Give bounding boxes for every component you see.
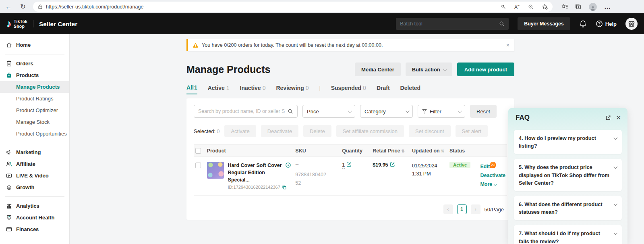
nav-search-icon[interactable] <box>499 21 505 27</box>
sidebar-item-product-optimizer[interactable]: Product Optimizer <box>0 104 69 116</box>
page-number[interactable]: 1 <box>457 204 467 214</box>
deactivate-action[interactable]: Deactivate <box>480 171 505 180</box>
product-thumbnail[interactable] <box>207 162 224 179</box>
filter-select[interactable]: Filter <box>418 105 465 118</box>
sidebar-item-products[interactable]: Products <box>0 69 69 81</box>
back-icon[interactable]: ← <box>4 2 13 11</box>
browser-chrome: ← ↻ https://seller-us.tiktok.com/product… <box>0 0 644 13</box>
prev-page-button[interactable]: ‹ <box>443 204 453 214</box>
batch-tool-search[interactable] <box>396 18 509 30</box>
sidebar-item-growth[interactable]: Growth <box>0 181 69 193</box>
refresh-icon[interactable]: ↻ <box>19 2 27 11</box>
product-search-box[interactable] <box>194 105 298 118</box>
help-button[interactable]: Help <box>596 20 617 27</box>
sidebar-item-live-video[interactable]: LIVE & Video <box>0 170 69 181</box>
browser-menu-icon[interactable]: … <box>604 3 611 10</box>
set-alert-button[interactable]: Set alert <box>456 125 488 137</box>
price-select[interactable]: Price <box>302 105 355 118</box>
faq-item[interactable]: 7. What should I do if my product fails … <box>514 225 622 244</box>
edit-price-icon[interactable] <box>390 162 395 167</box>
tab-reviewing[interactable]: Reviewing0 <box>276 85 309 94</box>
sidebar-item-home[interactable]: Home <box>0 39 69 51</box>
media-center-button[interactable]: Media Center <box>355 63 401 76</box>
sidebar-item-product-ratings[interactable]: Product Ratings <box>0 93 69 104</box>
sidebar-item-analytics[interactable]: Analytics <box>0 200 69 212</box>
col-updated-on[interactable]: Updated on⇅ <box>410 145 448 157</box>
tab-inactive[interactable]: Inactive0 <box>240 85 266 94</box>
faq-item[interactable]: 4. How do I preview my product listing? <box>514 130 622 154</box>
banner-close-icon[interactable]: × <box>506 42 509 48</box>
product-name[interactable]: Hard Cover Soft Cover Regular Edition Sp… <box>228 162 288 184</box>
favorite-star-icon[interactable] <box>542 4 548 10</box>
password-key-icon[interactable] <box>501 4 506 10</box>
col-retail-price[interactable]: Retail Price⇅ <box>371 145 410 157</box>
more-action[interactable]: More <box>480 180 505 189</box>
warning-icon <box>193 42 199 48</box>
ai-badge: AI <box>490 162 496 168</box>
favorites-bar-icon[interactable] <box>561 4 568 10</box>
read-aloud-icon[interactable]: A⌁ <box>514 3 520 10</box>
edit-action[interactable]: EditAI <box>480 162 505 171</box>
product-search-input[interactable] <box>198 108 285 114</box>
updated-time: 1:31 PM <box>412 170 446 178</box>
sidebar-item-affiliate[interactable]: Affiliate <box>0 158 69 170</box>
sidebar-item-account-health[interactable]: Account Health <box>0 212 69 223</box>
select-all-checkbox[interactable] <box>195 148 201 154</box>
tab-all[interactable]: All1 <box>186 84 197 94</box>
category-select[interactable]: Category <box>360 105 413 118</box>
page-size-select[interactable]: 50/Page <box>485 206 504 213</box>
faq-close-icon[interactable]: ✕ <box>616 114 621 121</box>
faq-title: FAQ <box>516 114 605 122</box>
deactivate-button[interactable]: Deactivate <box>261 125 298 137</box>
address-bar[interactable]: https://seller-us.tiktok.com/product/man… <box>33 2 553 12</box>
tab-suspended[interactable]: Suspended0 <box>331 85 366 94</box>
reset-button[interactable]: Reset <box>470 105 497 118</box>
live-video-icon <box>6 173 12 179</box>
sort-icon[interactable]: ⇅ <box>401 149 404 153</box>
notifications-bell-icon[interactable] <box>579 20 587 28</box>
open-in-new-icon[interactable] <box>605 115 611 121</box>
profile-avatar[interactable] <box>589 3 597 11</box>
sort-icon[interactable]: ⇅ <box>441 149 444 153</box>
affiliate-icon <box>6 161 12 167</box>
account-health-icon <box>6 215 12 221</box>
sidebar-divider <box>5 143 64 143</box>
zoom-out-icon[interactable] <box>528 4 534 10</box>
sku-code: 9788418040252 <box>295 171 327 188</box>
sidebar-item-finances[interactable]: Finances <box>0 223 69 235</box>
sidebar-item-marketing[interactable]: Marketing <box>0 146 69 158</box>
preview-icon[interactable] <box>285 162 291 168</box>
collections-icon[interactable] <box>575 4 582 10</box>
sidebar-item-product-opportunities[interactable]: Product Opportunities <box>0 128 69 140</box>
set-discount-button[interactable]: Set discount <box>409 125 451 137</box>
tab-draft[interactable]: Draft <box>377 85 390 94</box>
batch-tool-input[interactable] <box>400 21 499 27</box>
sidebar-item-manage-stock[interactable]: Manage Stock <box>0 116 69 128</box>
faq-item[interactable]: 6. What does the different product statu… <box>514 196 622 220</box>
search-icon[interactable] <box>288 108 293 114</box>
next-page-button[interactable]: › <box>471 204 480 214</box>
sidebar-item-manage-products[interactable]: Manage Products <box>0 81 69 93</box>
buyer-messages-button[interactable]: Buyer Messages <box>518 17 570 30</box>
sidebar-divider <box>5 54 64 54</box>
delete-button[interactable]: Delete <box>303 125 331 137</box>
home-icon <box>6 42 12 48</box>
tab-deleted[interactable]: Deleted <box>400 85 421 94</box>
row-checkbox[interactable] <box>195 163 201 168</box>
sidebar-item-orders[interactable]: Orders <box>0 58 69 69</box>
activate-button[interactable]: Activate <box>224 125 256 137</box>
faq-item[interactable]: 5. Why does the product price displayed … <box>514 159 622 191</box>
tab-active[interactable]: Active1 <box>208 85 230 94</box>
shop-account-icon[interactable] <box>625 18 638 30</box>
chevron-down-icon <box>406 109 410 113</box>
analytics-icon <box>6 203 12 209</box>
bulk-action-button[interactable]: Bulk action <box>406 63 452 76</box>
edit-quantity-icon[interactable] <box>346 162 352 167</box>
col-status: Status <box>448 145 479 157</box>
orders-icon <box>6 60 12 67</box>
copy-icon[interactable] <box>282 185 286 190</box>
top-navigation: ♪ TikTok Shop Seller Center Buyer Messag… <box>0 13 644 34</box>
tiktok-logo-icon: ♪ <box>6 18 11 29</box>
set-affiliate-commission-button[interactable]: Set affiliate commission <box>336 125 404 137</box>
add-new-product-button[interactable]: Add new product <box>457 63 514 76</box>
